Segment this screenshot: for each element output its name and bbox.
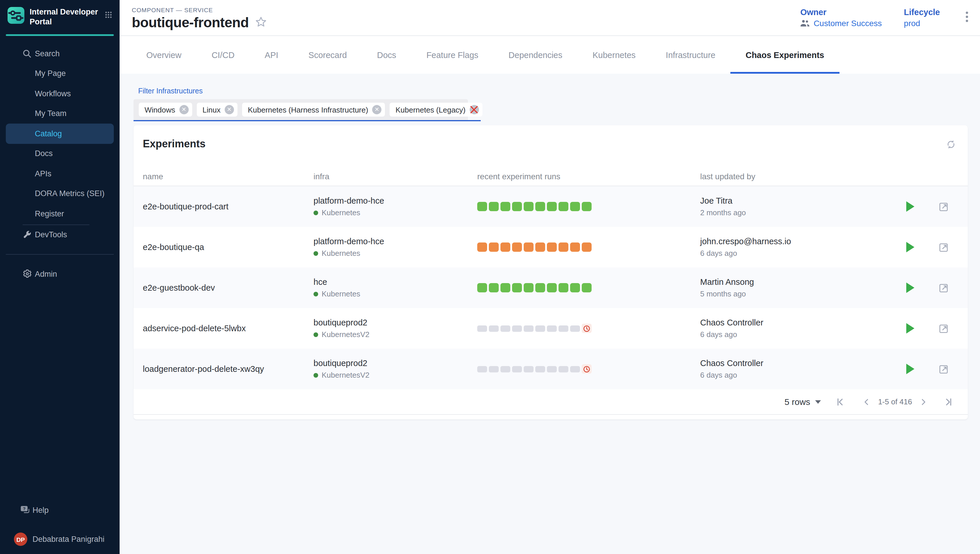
tab-dependencies[interactable]: Dependencies xyxy=(493,36,577,74)
updated-by-cell: Chaos Controller 6 days ago xyxy=(700,318,892,339)
run-experiment-button[interactable] xyxy=(906,242,915,252)
table-row[interactable]: adservice-pod-delete-5lwbx boutiqueprod2… xyxy=(134,308,968,349)
tab-scorecard[interactable]: Scorecard xyxy=(294,36,362,74)
infra-status-dot xyxy=(313,291,318,296)
run-experiment-button[interactable] xyxy=(906,201,915,212)
infra-type: KubernetesV2 xyxy=(322,330,370,339)
chevron-down-icon xyxy=(816,400,821,403)
kebab-menu-icon[interactable] xyxy=(962,10,972,26)
open-in-new-icon[interactable] xyxy=(938,323,949,334)
infra-type: Kubernetes xyxy=(322,208,360,217)
rows-per-page-select[interactable]: 5 rows xyxy=(785,397,821,407)
infra-type: Kubernetes xyxy=(322,249,360,258)
infra-name: boutiqueprod2 xyxy=(313,358,477,368)
chip-remove-icon[interactable]: ✕ xyxy=(225,105,234,114)
sidebar-item-docs[interactable]: Docs xyxy=(6,143,114,164)
tab-ci-cd[interactable]: CI/CD xyxy=(196,36,250,74)
sidebar-item-dora-metrics[interactable]: DORA Metrics (SEI) xyxy=(6,184,114,204)
run-status-square xyxy=(477,325,487,331)
owner-fact: Owner Customer Success xyxy=(800,8,882,28)
next-page-button[interactable] xyxy=(919,397,928,406)
apps-grid-icon[interactable] xyxy=(105,10,113,20)
updated-at: 2 months ago xyxy=(700,208,746,217)
experiment-name: e2e-guestbook-dev xyxy=(143,283,313,292)
updated-by-cell: Martin Ansong 5 months ago xyxy=(700,277,892,298)
sidebar-item-my-team[interactable]: My Team xyxy=(6,103,114,124)
recent-runs xyxy=(477,324,700,333)
infra-status-dot xyxy=(313,373,318,377)
entity-header-left: COMPONENT — SERVICE boutique-frontend xyxy=(132,6,267,29)
group-icon xyxy=(800,19,810,27)
open-in-new-icon[interactable] xyxy=(938,363,949,374)
sidebar-item-admin[interactable]: Admin xyxy=(6,264,114,284)
infrastructure-filter-field[interactable]: Windows ✕ Linux ✕ Kubernetes (Harness In… xyxy=(134,99,481,121)
updated-at: 6 days ago xyxy=(700,330,737,339)
clear-filters-icon[interactable] xyxy=(470,105,479,114)
lifecycle-label: Lifecycle xyxy=(904,8,940,17)
refresh-icon[interactable] xyxy=(946,139,956,150)
run-status-square xyxy=(512,242,522,252)
tab-feature-flags[interactable]: Feature Flags xyxy=(411,36,493,74)
table-row[interactable]: e2e-boutique-qa platform-demo-hce Kubern… xyxy=(134,227,968,267)
updated-by: Chaos Controller xyxy=(700,358,892,368)
run-status-square xyxy=(489,242,498,252)
run-status-square xyxy=(477,202,487,212)
tab-api[interactable]: API xyxy=(250,36,294,74)
infra-type: Kubernetes xyxy=(322,290,360,298)
user-profile[interactable]: DP Debabrata Panigrahi xyxy=(0,529,120,549)
updated-by: Martin Ansong xyxy=(700,277,892,287)
entity-tabs: Overview CI/CD API Scorecard Docs Featur… xyxy=(120,36,980,74)
sidebar-item-workflows[interactable]: Workflows xyxy=(6,84,114,103)
run-status-square xyxy=(500,283,510,293)
filter-infrastructures-label[interactable]: Filter Infrastructures xyxy=(138,87,968,95)
first-page-button[interactable] xyxy=(835,396,846,407)
favorite-star-icon[interactable] xyxy=(255,16,267,29)
tab-infrastructure[interactable]: Infrastructure xyxy=(651,36,731,74)
table-row[interactable]: e2e-boutique-prod-cart platform-demo-hce… xyxy=(134,186,968,227)
app-window: Internal Developer Portal Search My Page… xyxy=(0,0,980,554)
run-experiment-button[interactable] xyxy=(906,323,915,334)
tab-kubernetes[interactable]: Kubernetes xyxy=(577,36,651,74)
chip-label: Linux xyxy=(203,105,220,114)
tab-chaos-experiments[interactable]: Chaos Experiments xyxy=(730,36,839,74)
rows-per-page-value: 5 rows xyxy=(785,397,810,407)
experiments-card: Experiments name infra recent experiment… xyxy=(134,125,968,419)
table-row[interactable]: loadgenerator-pod-delete-xw3qy boutiquep… xyxy=(134,349,968,389)
tab-docs[interactable]: Docs xyxy=(362,36,411,74)
tab-overview[interactable]: Overview xyxy=(131,36,196,74)
last-page-button[interactable] xyxy=(943,396,954,407)
filter-chip: Windows ✕ xyxy=(139,103,192,116)
filter-chip: Linux ✕ xyxy=(197,103,238,116)
entity-kind-label: COMPONENT — SERVICE xyxy=(132,6,267,13)
search-icon xyxy=(22,49,35,59)
sidebar-item-register[interactable]: Register xyxy=(6,204,114,224)
sidebar-item-search[interactable]: Search xyxy=(6,43,114,64)
run-status-square xyxy=(535,325,545,331)
run-experiment-button[interactable] xyxy=(906,364,915,374)
sidebar-item-help[interactable]: ? Help xyxy=(6,500,114,520)
run-status-square xyxy=(512,283,522,293)
infra-cell: boutiqueprod2 KubernetesV2 xyxy=(313,358,477,379)
open-in-new-icon[interactable] xyxy=(938,282,949,293)
infra-name: boutiqueprod2 xyxy=(313,318,477,327)
sidebar-item-my-page[interactable]: My Page xyxy=(6,64,114,84)
run-status-square xyxy=(524,325,533,331)
open-in-new-icon[interactable] xyxy=(938,201,949,212)
sidebar-item-label: Admin xyxy=(35,270,57,279)
previous-page-button[interactable] xyxy=(862,397,871,406)
wrench-icon xyxy=(22,230,35,240)
updated-by-cell: john.crespo@harness.io 6 days ago xyxy=(700,237,892,258)
pending-clock-icon xyxy=(582,364,591,374)
chip-remove-icon[interactable]: ✕ xyxy=(372,105,381,114)
run-status-square xyxy=(500,202,510,212)
owner-link[interactable]: Customer Success xyxy=(814,19,882,28)
chip-remove-icon[interactable]: ✕ xyxy=(179,105,189,114)
sidebar-item-devtools[interactable]: DevTools xyxy=(6,225,114,245)
run-experiment-button[interactable] xyxy=(906,282,915,293)
open-in-new-icon[interactable] xyxy=(938,242,949,253)
sidebar-item-catalog[interactable]: Catalog xyxy=(6,124,114,143)
sidebar-item-apis[interactable]: APIs xyxy=(6,164,114,184)
table-row[interactable]: e2e-guestbook-dev hce Kubernetes Martin … xyxy=(134,267,968,308)
experiment-name: loadgenerator-pod-delete-xw3qy xyxy=(143,364,313,374)
tab-content: Filter Infrastructures Windows ✕ Linux ✕… xyxy=(120,74,980,554)
